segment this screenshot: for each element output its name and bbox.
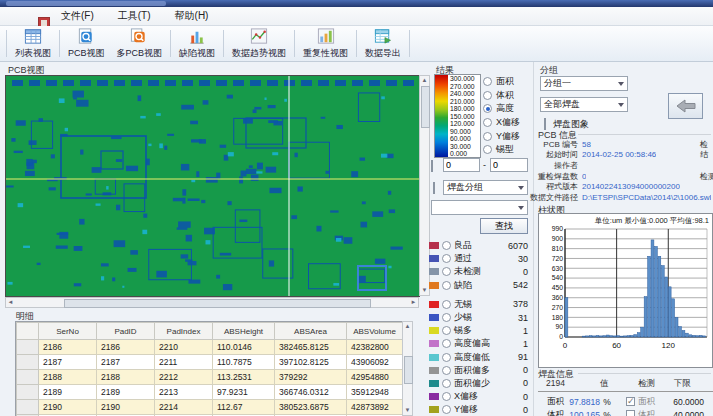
metric-radio-option[interactable]: 锡型 [483,143,531,157]
toolbar-button-pcb-view[interactable]: PCB视图 [62,26,111,61]
scroll-right-icon[interactable]: ► [409,298,418,307]
detail-row-header[interactable] [17,370,39,385]
detail-cell: 2187 [97,355,155,370]
pcb-v-scroll-thumb[interactable] [421,86,430,128]
detail-col-header[interactable]: SerNo [39,323,97,340]
radio-icon[interactable] [483,104,492,113]
legend-item[interactable]: 高度偏高1 [429,337,530,350]
detail-cell: 97.9231 [213,385,275,400]
legend-radio[interactable] [442,326,451,335]
metric-radio-option[interactable]: 高度 [483,102,531,116]
detail-row-header[interactable] [17,400,39,415]
legend-radio[interactable] [442,353,451,362]
toolbar-button-label: 重复性视图 [303,47,348,60]
detail-col-header[interactable]: PadID [97,323,155,340]
table-row[interactable]: 218621862210110.0146382465.812542382800 [17,340,403,355]
detail-row-header[interactable] [17,340,39,355]
detail-col-header[interactable]: ABSArea [275,323,347,340]
range-min-input[interactable] [443,158,480,172]
menu-item-file[interactable]: 文件(F) [58,8,97,24]
group-select[interactable]: 分组一 [540,76,628,91]
metric-radio-option[interactable]: X偏移 [483,116,531,130]
menu-item-tools[interactable]: 工具(T) [115,8,154,24]
detail-row-header[interactable] [17,355,39,370]
detail-scroll-thumb[interactable] [404,356,413,384]
pad-info-checkbox[interactable] [626,397,635,406]
table-row[interactable]: 21892189221397.9231366746.031235912948 [17,385,403,400]
pcb-h-scroll-thumb[interactable] [64,299,371,308]
legend-radio[interactable] [442,405,451,414]
legend-item[interactable]: 面积偏多0 [429,364,530,377]
legend-radio[interactable] [442,339,451,348]
radio-icon[interactable] [483,145,492,154]
legend-radio[interactable] [442,313,451,322]
pad-group-select-value: 焊盘分组 [447,181,483,194]
find-button[interactable]: 查找 [480,218,528,234]
chevron-down-icon [518,206,524,210]
detail-col-header[interactable]: ABSHeight [213,323,275,340]
table-row[interactable]: 219021902214112.67380523.687542873892 [17,400,403,415]
range-filter-checkbox[interactable] [431,160,433,172]
metric-radio-option[interactable]: 体积 [483,89,531,103]
detail-cell: 2214 [155,400,213,415]
pad-group-checkbox[interactable] [433,182,435,194]
legend-label: X偏移 [454,390,478,403]
legend-item[interactable]: X偏移0 [429,390,530,403]
metric-radio-option[interactable]: Y偏移 [483,129,531,143]
toolbar-button-defect-view[interactable]: 缺陷视图 [173,26,221,61]
legend-radio[interactable] [442,254,451,263]
metric-radio-option[interactable]: 面积 [483,75,531,89]
legend-item[interactable]: 面积偏少0 [429,377,530,390]
table-row[interactable]: 218721872211110.7875397102.812543906092 [17,355,403,370]
legend-radio[interactable] [442,379,451,388]
legend-item[interactable]: 未检测0 [429,265,530,278]
toolbar-button-multi-pcb-view[interactable]: 多PCB视图 [111,26,169,61]
legend-item[interactable]: 少锡31 [429,311,530,324]
title-bar[interactable] [0,0,713,7]
toolbar-button-list-view[interactable]: 列表视图 [9,26,57,61]
detail-col-header[interactable]: ABSVolume [347,323,403,340]
color-scale-value: 180.000 [450,105,480,112]
legend-item[interactable]: 高度偏低91 [429,351,530,364]
all-pads-select[interactable]: 全部焊盘 [540,97,628,112]
toolbar-button-data-export[interactable]: 数据导出 [359,26,407,61]
detail-row-header[interactable] [17,385,39,400]
range-max-input[interactable] [490,158,528,172]
detail-v-scrollbar[interactable]: ▲ ▼ [402,321,413,416]
histogram-bar [651,240,654,337]
legend-item[interactable]: 良品6070 [429,239,530,252]
radio-icon[interactable] [483,91,492,100]
back-arrow-button[interactable] [668,93,703,119]
scroll-up-icon[interactable]: ▲ [420,76,429,85]
color-scale-value: 90.000 [450,128,480,135]
legend-radio[interactable] [442,281,451,290]
scroll-down-icon[interactable]: ▼ [403,406,412,415]
legend-radio[interactable] [442,366,451,375]
legend-item[interactable]: 无锡378 [429,298,530,311]
detail-col-header[interactable]: PadIndex [155,323,213,340]
menu-item-help[interactable]: 帮助(H) [172,8,212,24]
scroll-up-icon[interactable]: ▲ [403,322,412,331]
pad-group-value-select[interactable] [431,200,528,215]
legend-item[interactable]: Y偏移0 [429,403,530,416]
toolbar-button-repeatability-view[interactable]: 重复性视图 [297,26,354,61]
radio-icon[interactable] [483,77,492,86]
scroll-down-icon[interactable]: ▼ [420,286,429,295]
pcb-canvas[interactable] [5,75,420,297]
legend-item[interactable]: 锡多1 [429,324,530,337]
legend-radio[interactable] [442,392,451,401]
legend-radio[interactable] [442,300,451,309]
pad-group-select[interactable]: 焊盘分组 [443,180,528,195]
legend-item[interactable]: 通过30 [429,252,530,265]
scroll-left-icon[interactable]: ◄ [6,298,15,307]
all-pads-select-value: 全部焊盘 [544,98,580,111]
legend-radio[interactable] [442,267,451,276]
legend-item[interactable]: 缺陷542 [429,279,530,292]
table-row[interactable]: 218821882212113.253137929242954880 [17,370,403,385]
legend-radio[interactable] [442,241,451,250]
toolbar-button-data-trend-view[interactable]: 数据趋势视图 [226,26,292,61]
pcb-h-scrollbar[interactable]: ◄ ► [5,297,419,308]
radio-icon[interactable] [483,132,492,141]
radio-icon[interactable] [483,118,492,127]
pad-info-checkbox[interactable] [626,410,635,416]
